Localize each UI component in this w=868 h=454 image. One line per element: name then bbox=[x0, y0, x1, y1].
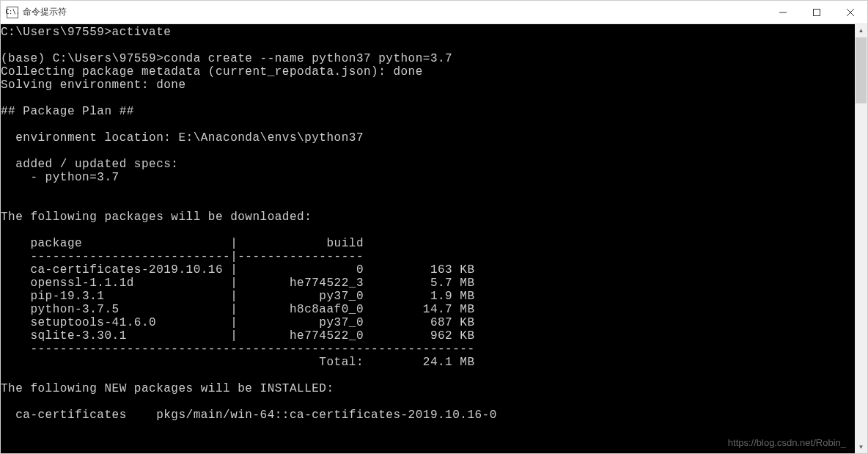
scroll-up-arrow[interactable]: ▲ bbox=[855, 24, 867, 37]
terminal-output[interactable]: C:\Users\97559>activate (base) C:\Users\… bbox=[1, 24, 855, 453]
window-controls bbox=[766, 1, 867, 23]
cmd-icon: C:\. bbox=[7, 7, 18, 18]
scroll-down-arrow[interactable]: ▼ bbox=[855, 441, 867, 453]
titlebar[interactable]: C:\. 命令提示符 bbox=[1, 1, 867, 24]
close-button[interactable] bbox=[834, 1, 867, 23]
maximize-button[interactable] bbox=[800, 1, 834, 23]
minimize-button[interactable] bbox=[766, 1, 800, 23]
window-title: 命令提示符 bbox=[23, 6, 766, 18]
scrollbar-thumb[interactable] bbox=[856, 37, 867, 103]
vertical-scrollbar[interactable]: ▲ ▼ bbox=[855, 24, 867, 453]
command-prompt-window: C:\. 命令提示符 C:\Users\97559>activate (base… bbox=[0, 0, 868, 454]
terminal-container: C:\Users\97559>activate (base) C:\Users\… bbox=[1, 24, 867, 453]
svg-rect-1 bbox=[814, 9, 820, 15]
